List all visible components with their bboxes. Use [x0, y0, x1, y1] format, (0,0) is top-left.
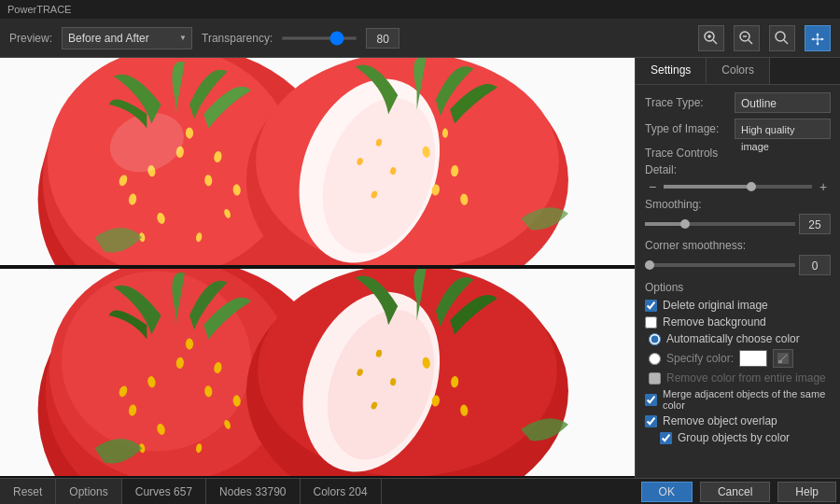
- specify-color-label: Specify color:: [666, 352, 734, 365]
- trace-type-value[interactable]: Outline: [735, 92, 831, 113]
- tab-settings[interactable]: Settings: [636, 58, 707, 84]
- options-section: Options Delete original image Remove bac…: [645, 281, 831, 444]
- auto-color-row: Automatically choose color: [645, 332, 831, 345]
- svg-point-19: [186, 127, 193, 138]
- zoom-out-button[interactable]: [734, 25, 760, 51]
- svg-point-50: [186, 338, 193, 349]
- delete-original-checkbox[interactable]: [645, 300, 657, 312]
- remove-background-row: Remove background: [645, 315, 831, 329]
- cancel-button[interactable]: Cancel: [700, 482, 770, 502]
- transparency-label: Transparency:: [202, 32, 273, 45]
- image-type-row: Type of Image: High quality image: [645, 119, 831, 139]
- detail-minus[interactable]: −: [645, 180, 660, 193]
- pan-button[interactable]: [805, 25, 831, 51]
- main-layout: Preview: Before and After Before After T…: [0, 19, 840, 504]
- auto-color-radio[interactable]: [649, 333, 661, 345]
- remove-overlap-checkbox[interactable]: [645, 415, 657, 427]
- options-button[interactable]: Options: [56, 479, 121, 504]
- smoothing-label: Smoothing:: [645, 198, 729, 211]
- help-button[interactable]: Help: [777, 482, 836, 502]
- svg-line-3: [713, 40, 717, 44]
- smoothing-slider-row: 25: [645, 214, 831, 234]
- corner-smoothness-value: 0: [799, 255, 831, 275]
- zoom-fit-button[interactable]: [769, 25, 795, 51]
- group-by-color-row: Group objects by color: [645, 431, 831, 444]
- trace-type-label: Trace Type:: [645, 96, 729, 109]
- trace-controls-title: Trace Controls: [645, 147, 831, 160]
- options-title: Options: [645, 281, 831, 294]
- remove-overlap-label: Remove object overlap: [663, 414, 777, 427]
- svg-point-7: [776, 32, 785, 41]
- remove-color-entire-checkbox: [649, 372, 661, 385]
- smoothing-slider[interactable]: [645, 222, 795, 226]
- preview-select[interactable]: Before and After Before After: [62, 27, 192, 49]
- svg-point-44: [62, 271, 251, 451]
- colors-stat: Colors 204: [301, 479, 382, 504]
- color-swatch[interactable]: [739, 350, 767, 367]
- tab-colors[interactable]: Colors: [707, 58, 770, 84]
- specify-color-radio[interactable]: [649, 353, 661, 365]
- trace-type-row: Trace Type: Outline: [645, 92, 831, 113]
- svg-rect-71: [778, 360, 782, 363]
- preview-top: [0, 58, 635, 267]
- detail-label: Detail:: [645, 163, 677, 176]
- remove-color-entire-label: Remove color from entire image: [666, 371, 826, 385]
- preview-label: Preview:: [9, 32, 52, 45]
- reset-button[interactable]: Reset: [0, 479, 56, 504]
- delete-original-row: Delete original image: [645, 299, 831, 312]
- remove-color-entire-row: Remove color from entire image: [645, 371, 831, 385]
- app-title: PowerTRACE: [7, 4, 71, 15]
- color-picker-button[interactable]: [773, 349, 793, 368]
- after-image: [0, 269, 635, 476]
- delete-original-label: Delete original image: [663, 299, 768, 312]
- preview-area: [0, 58, 635, 478]
- corner-smoothness-row: 0: [645, 255, 831, 275]
- svg-line-8: [784, 40, 788, 44]
- specify-color-row: Specify color:: [645, 349, 831, 368]
- transparency-value: 80: [366, 28, 399, 49]
- group-by-color-label: Group objects by color: [678, 431, 790, 444]
- titlebar: PowerTRACE: [0, 0, 840, 19]
- image-type-value[interactable]: High quality image: [735, 119, 831, 139]
- before-image: [0, 58, 635, 265]
- corner-smoothness-slider[interactable]: [645, 263, 795, 267]
- curves-stat: Curves 657: [122, 479, 206, 504]
- right-panel: Settings Colors Trace Type: Outline Type…: [635, 58, 840, 478]
- remove-background-checkbox[interactable]: [645, 316, 657, 329]
- preview-select-wrapper: Before and After Before After: [62, 27, 192, 49]
- corner-smoothness-label: Corner smoothness:: [645, 239, 746, 252]
- detail-slider[interactable]: [664, 185, 812, 189]
- svg-point-39: [442, 128, 448, 137]
- content-area: Settings Colors Trace Type: Outline Type…: [0, 58, 840, 478]
- merge-adjacent-row: Merge adjacent objects of the same color: [645, 388, 831, 411]
- detail-plus[interactable]: +: [816, 180, 831, 193]
- auto-color-label: Automatically choose color: [666, 332, 800, 345]
- panel-tabs: Settings Colors: [636, 58, 840, 85]
- remove-background-label: Remove background: [663, 315, 766, 329]
- svg-line-6: [749, 40, 752, 44]
- zoom-in-button[interactable]: [698, 25, 724, 51]
- detail-slider-row: − +: [645, 180, 831, 193]
- group-by-color-checkbox[interactable]: [660, 432, 672, 444]
- statusbar: Reset Options Curves 657 Nodes 33790 Col…: [0, 478, 840, 504]
- merge-adjacent-checkbox[interactable]: [645, 394, 657, 406]
- image-type-label: Type of Image:: [645, 122, 729, 135]
- panel-content: Trace Type: Outline Type of Image: High …: [636, 85, 840, 478]
- remove-overlap-row: Remove object overlap: [645, 414, 831, 427]
- toolbar: Preview: Before and After Before After T…: [0, 19, 840, 58]
- merge-adjacent-label: Merge adjacent objects of the same color: [663, 388, 831, 411]
- nodes-stat: Nodes 33790: [206, 479, 300, 504]
- preview-bottom: [0, 269, 635, 478]
- smoothing-value: 25: [799, 214, 831, 234]
- transparency-slider[interactable]: [282, 36, 357, 40]
- ok-button[interactable]: OK: [641, 482, 693, 502]
